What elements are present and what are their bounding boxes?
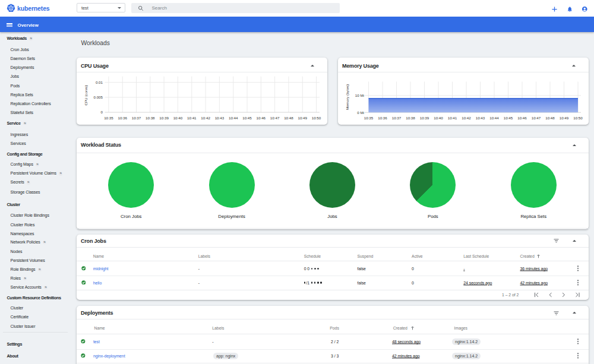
svg-text:10:43: 10:43 bbox=[475, 116, 485, 120]
svg-text:10:43: 10:43 bbox=[214, 116, 224, 120]
svg-text:10:49: 10:49 bbox=[559, 116, 568, 120]
svg-text:10:47: 10:47 bbox=[270, 116, 279, 120]
svg-text:10:42: 10:42 bbox=[201, 116, 210, 120]
svg-text:10:44: 10:44 bbox=[489, 116, 499, 120]
svg-text:Memory (bytes): Memory (bytes) bbox=[345, 84, 349, 110]
svg-text:10:40: 10:40 bbox=[173, 116, 182, 120]
svg-text:10:48: 10:48 bbox=[284, 116, 293, 120]
svg-text:10:46: 10:46 bbox=[517, 116, 527, 120]
svg-text:10:35: 10:35 bbox=[364, 116, 373, 120]
svg-text:10:40: 10:40 bbox=[434, 116, 443, 120]
svg-text:10:41: 10:41 bbox=[187, 116, 197, 120]
svg-text:10:45: 10:45 bbox=[242, 116, 252, 120]
svg-text:10:38: 10:38 bbox=[146, 116, 155, 120]
svg-text:0 Mi: 0 Mi bbox=[357, 110, 364, 114]
svg-text:10:39: 10:39 bbox=[419, 116, 429, 120]
svg-text:10:36: 10:36 bbox=[378, 116, 387, 120]
svg-text:10:41: 10:41 bbox=[447, 116, 457, 120]
svg-text:0.005: 0.005 bbox=[93, 95, 103, 99]
svg-text:10:37: 10:37 bbox=[131, 116, 141, 120]
svg-text:10:50: 10:50 bbox=[311, 116, 321, 120]
svg-text:10:50: 10:50 bbox=[573, 116, 583, 120]
svg-text:10:49: 10:49 bbox=[298, 116, 307, 120]
svg-text:10:35: 10:35 bbox=[104, 116, 113, 120]
svg-text:10:44: 10:44 bbox=[228, 116, 238, 120]
svg-text:10 Mi: 10 Mi bbox=[355, 93, 364, 97]
svg-text:0: 0 bbox=[100, 110, 103, 114]
svg-text:10:42: 10:42 bbox=[462, 116, 471, 120]
svg-text:10:46: 10:46 bbox=[256, 116, 266, 120]
svg-text:10:39: 10:39 bbox=[159, 116, 169, 120]
svg-text:0.01: 0.01 bbox=[95, 80, 103, 84]
svg-text:10:36: 10:36 bbox=[118, 116, 127, 120]
svg-text:CPU (cores): CPU (cores) bbox=[83, 85, 87, 105]
svg-text:10:48: 10:48 bbox=[545, 116, 555, 120]
svg-text:10:37: 10:37 bbox=[391, 116, 401, 120]
svg-text:10:45: 10:45 bbox=[503, 116, 513, 120]
svg-text:10:47: 10:47 bbox=[531, 116, 541, 120]
svg-text:10:38: 10:38 bbox=[406, 116, 415, 120]
